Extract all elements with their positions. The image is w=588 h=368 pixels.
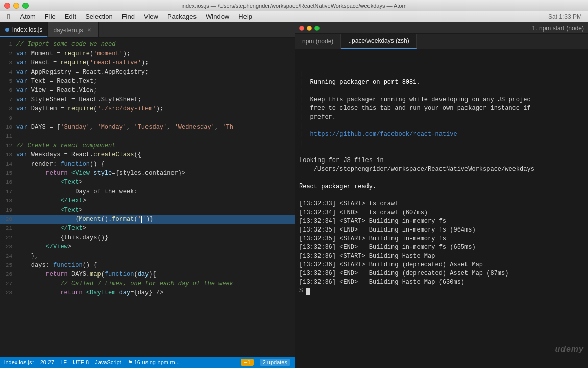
status-encoding[interactable]: UTF-8 bbox=[73, 359, 89, 365]
tab-day-item[interactable]: day-item.js ✕ bbox=[48, 22, 99, 37]
term-line-pipe3: | bbox=[299, 122, 584, 130]
code-line-23: 23 </View> bbox=[0, 242, 295, 251]
code-line-14: 14 render: function() { bbox=[0, 159, 295, 169]
code-line-4: 4 var AppRegistry = React.AppRegistry; bbox=[0, 67, 295, 77]
terminal-content[interactable]: | | Running packager on port 8081. | | K… bbox=[295, 49, 588, 368]
code-line-13: 13 var Weekdays = React.createClass({ bbox=[0, 150, 295, 159]
term-line-free: | free to close this tab and run your ow… bbox=[299, 104, 584, 113]
term-line-pipe4: | bbox=[299, 139, 584, 148]
term-line-looking: Looking for JS files in bbox=[299, 156, 584, 165]
status-jshint[interactable]: ⚑ 16-using-npm-m... bbox=[128, 359, 180, 366]
code-line-7: 7 var StyleSheet = React.StyleSheet; bbox=[0, 95, 295, 104]
terminal-tab-npm-label: npm (node) bbox=[302, 38, 333, 45]
menu-file[interactable]: File bbox=[41, 12, 60, 21]
code-line-6: 6 var View = React.View; bbox=[0, 86, 295, 95]
status-bell[interactable]: +1 bbox=[241, 359, 254, 366]
code-line-18: 18 </Text> bbox=[0, 196, 295, 205]
code-line-25: 25 days: function() { bbox=[0, 261, 295, 270]
minimize-button[interactable] bbox=[13, 3, 19, 9]
terminal-tab-zsh-label: ..pace/weekdays (zsh) bbox=[348, 37, 409, 44]
title-bar: index.ios.js — /Users/stephengrider/work… bbox=[0, 0, 588, 11]
term-line-blank1 bbox=[299, 52, 584, 61]
code-line-21: 21 </Text> bbox=[0, 224, 295, 233]
menu-edit[interactable]: Edit bbox=[61, 12, 80, 21]
code-line-16: 16 <Text> bbox=[0, 178, 295, 187]
code-line-28: 28 return <DayItem day={day} /> bbox=[0, 288, 295, 297]
code-line-20: 20 {Moment().format('')} bbox=[0, 215, 295, 224]
code-line-1: 1 // Import some code we need bbox=[0, 40, 295, 49]
term-line-blank4 bbox=[299, 174, 584, 182]
udemy-watermark: udemy bbox=[555, 344, 584, 354]
term-line-prompt: $ bbox=[299, 287, 584, 295]
menu-help[interactable]: Help bbox=[234, 12, 256, 21]
code-line-24: 24 }, bbox=[0, 251, 295, 261]
terminal-tab-npm[interactable]: npm (node) bbox=[295, 34, 341, 49]
code-line-10: 10 var DAYS = ['Sunday', 'Monday', 'Tues… bbox=[0, 123, 295, 132]
editor-pane: index.ios.js day-item.js ✕ 1 // Import s… bbox=[0, 22, 295, 368]
maximize-button[interactable] bbox=[22, 3, 29, 9]
code-line-11: 11 bbox=[0, 132, 295, 141]
menu-view[interactable]: View bbox=[140, 12, 162, 21]
code-line-27: 27 // Called 7 times, one for each day o… bbox=[0, 279, 295, 288]
terminal-pane: 1. npm start (node) npm (node) ..pace/we… bbox=[295, 22, 588, 368]
term-line-asset2: [13:32:36] <END> Building (deprecated) A… bbox=[299, 269, 584, 278]
term-line-crawl2: [13:32:34] <END> fs crawl (607ms) bbox=[299, 209, 584, 217]
status-position[interactable]: 20:27 bbox=[40, 359, 55, 365]
tab-close-dayitem[interactable]: ✕ bbox=[86, 27, 93, 34]
tab-bar: index.ios.js day-item.js ✕ bbox=[0, 22, 295, 38]
terminal-traffic-lights bbox=[299, 26, 320, 31]
modified-dot bbox=[5, 28, 9, 32]
menu-atom[interactable]: Atom bbox=[16, 12, 39, 21]
term-line-blank5 bbox=[299, 191, 584, 200]
status-left: index.ios.js* 20:27 LF UTF-8 JavaScript … bbox=[4, 359, 180, 366]
code-line-3: 3 var React = require('react-native'); bbox=[0, 58, 295, 67]
term-close[interactable] bbox=[299, 26, 304, 31]
code-line-9: 9 bbox=[0, 113, 295, 123]
terminal-title-bar: 1. npm start (node) bbox=[295, 22, 588, 34]
term-maximize[interactable] bbox=[314, 26, 320, 31]
code-line-26: 26 return DAYS.map(function(day){ bbox=[0, 270, 295, 279]
code-line-15: 15 return <View style={styles.container}… bbox=[0, 169, 295, 178]
status-filename[interactable]: index.ios.js* bbox=[4, 359, 34, 365]
term-line-build3: [13:32:35] <START> Building in-memory fs bbox=[299, 235, 584, 243]
status-bar: index.ios.js* 20:27 LF UTF-8 JavaScript … bbox=[0, 357, 295, 368]
status-updates[interactable]: 2 updates bbox=[260, 359, 290, 366]
term-line-pipe1: | bbox=[299, 70, 584, 78]
term-line-ready: React packager ready. bbox=[299, 182, 584, 191]
code-line-5: 5 var Text = React.Text; bbox=[0, 77, 295, 86]
code-lines: 1 // Import some code we need 2 var Mome… bbox=[0, 38, 295, 300]
code-line-17: 17 Days of the week: bbox=[0, 187, 295, 196]
terminal-tab-bar: npm (node) ..pace/weekdays (zsh) bbox=[295, 34, 588, 49]
window-title: index.ios.js — /Users/stephengrider/work… bbox=[181, 3, 406, 9]
term-line-pipe2: | bbox=[299, 87, 584, 96]
code-editor[interactable]: 1 // Import some code we need 2 var Mome… bbox=[0, 38, 295, 357]
status-line-ending[interactable]: LF bbox=[60, 359, 67, 365]
term-line-keep: | Keep this packager running while devel… bbox=[299, 96, 584, 104]
term-minimize[interactable] bbox=[307, 26, 312, 31]
apple-menu[interactable]:  bbox=[2, 12, 15, 21]
term-line-asset1: [13:32:36] <START> Building (deprecated)… bbox=[299, 261, 584, 269]
term-line-crawl1: [13:32:33] <START> fs crawl bbox=[299, 200, 584, 209]
status-right: +1 2 updates bbox=[241, 359, 290, 366]
term-line-haste1: [13:32:36] <START> Building Haste Map bbox=[299, 252, 584, 261]
menu-bar:  Atom File Edit Selection Find View Pac… bbox=[0, 11, 588, 22]
status-language[interactable]: JavaScript bbox=[95, 359, 121, 365]
close-button[interactable] bbox=[4, 3, 10, 9]
menu-packages[interactable]: Packages bbox=[163, 12, 201, 21]
term-line-build4: [13:32:36] <END> Building in-memory fs (… bbox=[299, 243, 584, 252]
code-line-22: 22 {this.days()} bbox=[0, 233, 295, 242]
terminal-tab-zsh[interactable]: ..pace/weekdays (zsh) bbox=[341, 34, 416, 49]
term-line-url: | https://github.com/facebook/react-nati… bbox=[299, 130, 584, 139]
menu-window[interactable]: Window bbox=[202, 12, 233, 21]
term-line-haste2: [13:32:36] <END> Building Haste Map (630… bbox=[299, 278, 584, 287]
term-line-blank2 bbox=[299, 61, 584, 70]
code-line-8: 8 var DayItem = require('./src/day-item'… bbox=[0, 104, 295, 113]
tab-index-ios[interactable]: index.ios.js bbox=[0, 22, 48, 37]
clock: Sat 1:33 PM bbox=[548, 13, 586, 20]
menu-selection[interactable]: Selection bbox=[81, 12, 116, 21]
main-container: index.ios.js day-item.js ✕ 1 // Import s… bbox=[0, 22, 588, 368]
term-line-blank3 bbox=[299, 148, 584, 156]
traffic-lights bbox=[4, 3, 29, 9]
tab-label-index: index.ios.js bbox=[12, 26, 42, 33]
menu-find[interactable]: Find bbox=[118, 12, 139, 21]
